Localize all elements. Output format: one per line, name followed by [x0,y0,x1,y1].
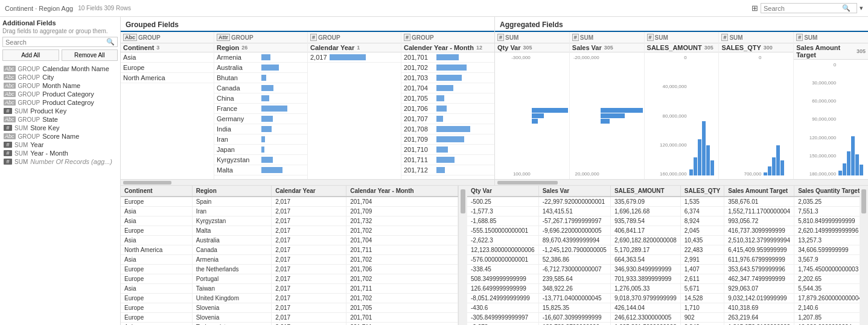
sidebar-field-item[interactable]: #SUMYear [2,140,118,149]
sidebar-field-item[interactable]: #SUMProduct Key [2,107,118,115]
bar-mini [261,106,287,112]
group-item[interactable]: Europe [121,63,214,73]
sidebar-search[interactable]: 🔍 [2,37,118,47]
table-row[interactable]: -555.1500000000001-9,696.220000000005406… [467,226,860,236]
group-item[interactable]: 201,712 [401,165,494,175]
v-bar [843,163,846,175]
group-item[interactable]: North America [121,73,214,83]
group-col: Attr GROUPRegion 26Armenia Australia Bhu… [214,32,308,179]
table-row[interactable]: EuropeMalta2,017201,702 [121,226,458,236]
col-type-label: SUM [580,34,593,41]
sidebar-field-item[interactable]: AbcGROUPCity [2,73,118,81]
sidebar-search-input[interactable] [5,39,106,46]
search-input[interactable] [764,5,842,12]
bar-group [688,55,718,177]
col-type-label: GROUP [138,34,161,41]
group-item[interactable]: India [214,124,307,134]
table-row[interactable]: -500.25-22,997.920000000001335,679.091,5… [467,197,860,207]
group-item[interactable]: Malta [214,165,307,175]
col-name: Continent [123,44,154,51]
grouped-hscroll[interactable] [123,181,171,185]
sidebar-field-item[interactable]: AbcGROUPMonth Name [2,81,118,90]
group-item[interactable]: Asia [121,52,214,63]
group-item[interactable]: Germany [214,114,307,124]
bar-mini [436,147,448,153]
table-row[interactable]: North AmericaCanada2,017201,711 [121,245,458,255]
group-item[interactable]: Kyrgyzstan [214,155,307,165]
remove-all-button[interactable]: Remove All [62,49,118,61]
sidebar-field-item[interactable]: AbcGROUPProduct Categroy [2,98,118,107]
group-item[interactable]: 201,706 [401,104,494,114]
group-item[interactable]: France [214,104,307,114]
agg-vscroll[interactable] [861,189,866,213]
page-title: Continent · Region Agg [5,5,73,12]
group-item[interactable]: Canada [214,83,307,93]
group-item[interactable]: 201,710 [401,145,494,155]
table-row[interactable]: AsiaIran2,017201,709 [121,207,458,216]
sidebar-field-item[interactable]: #SUMNumber Of Records (agg...) [2,157,118,166]
group-item[interactable]: 201,702 [401,63,494,73]
table-row[interactable]: -430.615,825.35426,144.041,710410,318.69… [467,303,860,313]
group-col-items: 201,701 201,702 201,703 201,704 201,705 … [401,52,494,179]
table-row[interactable]: -305.8499999999997-16,607.30999999999246… [467,313,860,323]
table-row[interactable]: -2,622.389,670.439999999942,690,182.8200… [467,236,860,245]
grouped-table-header: Calendar Year - Month [346,186,458,197]
table-row[interactable]: -2,078180,789.37999999991,995,361.589999… [467,323,860,326]
agg-hscroll[interactable] [497,181,558,185]
group-item[interactable]: 201,701 [401,52,494,63]
table-row[interactable]: EuropePortugal2,017201,702 [121,274,458,284]
group-item[interactable]: China [214,93,307,104]
sidebar-field-item[interactable]: AbcGROUPProduct Category [2,90,118,98]
group-item[interactable]: 201,704 [401,83,494,93]
group-item[interactable]: 201,705 [401,93,494,104]
table-row[interactable]: -576.000000000000152,386.86664,363.542,9… [467,255,860,265]
table-row[interactable]: 508.3499999999999239,585.64701,933.38999… [467,274,860,284]
axis-labels: -20,000,00020,000,000 [571,55,601,177]
sidebar-field-item[interactable]: #SUMYear - Month [2,149,118,157]
table-row[interactable]: EuropeUnited Kingdom2,017201,702 [121,294,458,303]
table-row[interactable]: -8,051.249999999999-13,771.040000000459,… [467,294,860,303]
table-row[interactable]: AsiaAustralia2,017201,704 [121,236,458,245]
table-row[interactable]: AsiaTurkmenistan2,017201,711 [121,323,458,326]
group-item[interactable]: Bhutan [214,73,307,83]
grouped-table-wrap[interactable]: ContinentRegionCalendar YearCalendar Yea… [121,186,459,325]
table-row[interactable]: -338.45-6,712.730000000007346,930.849999… [467,265,860,274]
group-item[interactable]: Japan [214,145,307,155]
sidebar-field-item[interactable]: AbcGROUPState [2,115,118,124]
table-row[interactable]: AsiaTaiwan2,017201,711 [121,284,458,294]
sidebar-field-item[interactable]: AbcGROUPCalendar Month Name [2,65,118,73]
chevron-down-icon[interactable]: ▾ [860,4,863,12]
table-row[interactable]: AsiaKyrgyzstan2,017201,732 [121,216,458,226]
col-count: 26 [241,45,247,51]
table-row[interactable]: Europethe Netherlands2,017201,706 [121,265,458,274]
group-item[interactable]: Iran [214,134,307,145]
table-row[interactable]: -1,688.85-57,267.17999999997935,789.548,… [467,216,860,226]
sidebar-field-item[interactable]: #SUMStore Key [2,124,118,132]
table-row[interactable]: AsiaArmenia2,017201,702 [121,255,458,265]
agg-table-wrap[interactable]: Qty VarSales VarSALES_AMOUNTSALES_QTYSal… [467,186,860,325]
agg-col-name-row: Sales Amount Target 305 [794,43,868,60]
search-box[interactable]: 🔍 [761,3,857,13]
table-row[interactable]: 126.6499999999999348,922.261,276,005.335… [467,284,860,294]
group-item[interactable]: 201,708 [401,124,494,134]
add-all-button[interactable]: Add All [2,49,59,61]
grouped-vscroll[interactable] [461,189,465,213]
agg-chart-area: -300,000100,000 [495,52,569,179]
agg-col: # SUMQty Var 305-300,000100,000 [495,32,570,179]
table-row[interactable]: EuropeSlovenia2,017201,701 [121,313,458,323]
v-bar [702,121,706,175]
group-item[interactable]: 201,703 [401,73,494,83]
table-row[interactable]: -1,577.3143,415.511,696,126.686,3741,552… [467,207,860,216]
table-row[interactable]: EuropeSpain2,017201,704 [121,197,458,207]
agg-table-header: Sales Amount Target [724,186,794,197]
bar-mini [261,95,269,101]
group-item[interactable]: Armenia [214,52,307,63]
sidebar-field-item[interactable]: AbcGROUPScore Name [2,132,118,140]
group-item[interactable]: 2,017 [308,52,401,63]
group-item[interactable]: Australia [214,63,307,73]
group-item[interactable]: 201,707 [401,114,494,124]
group-item[interactable]: 201,709 [401,134,494,145]
table-row[interactable]: EuropeSlovenia2,017201,705 [121,303,458,313]
group-item[interactable]: 201,711 [401,155,494,165]
table-row[interactable]: 12,123.8000000000006-1,245,120.790000000… [467,245,860,255]
